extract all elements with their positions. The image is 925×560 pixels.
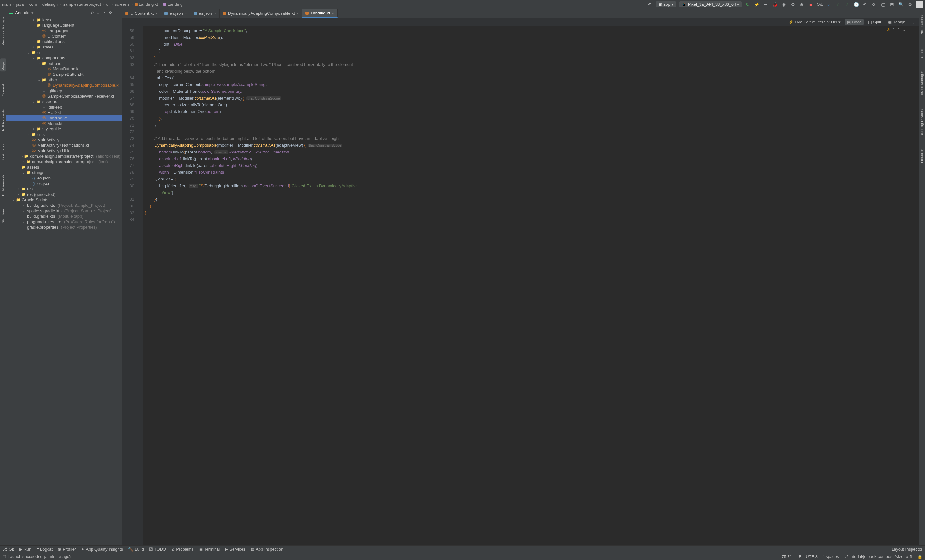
tree-item[interactable]: ›📁styleguide: [6, 126, 122, 132]
close-tab-icon[interactable]: ×: [332, 11, 334, 15]
tab-profiler[interactable]: ◉ Profiler: [58, 547, 76, 552]
tree-item[interactable]: ⌄📁assets: [6, 164, 122, 170]
coverage-icon[interactable]: 🐞: [772, 2, 777, 8]
tab-problems[interactable]: ⊘ Problems: [171, 547, 194, 552]
close-tab-icon[interactable]: ×: [297, 12, 299, 15]
tab-terminal[interactable]: ▣ Terminal: [199, 547, 220, 552]
target-icon[interactable]: ⊙: [90, 10, 94, 15]
dropdown-icon[interactable]: ▾: [32, 10, 34, 15]
tab-app-quality[interactable]: ✦ App Quality Insights: [81, 547, 123, 552]
tab-layout-inspector[interactable]: ▢ Layout Inspector: [886, 547, 922, 552]
git-push-icon[interactable]: ↗: [844, 2, 850, 8]
tree-item[interactable]: ⓀMenu.kt: [6, 121, 122, 126]
tab-todo[interactable]: ☑ TODO: [149, 547, 166, 552]
editor-tab[interactable]: UIContent.kt×: [122, 9, 161, 18]
editor-tab[interactable]: es.json×: [190, 9, 220, 18]
inspection-badge[interactable]: ⚠ 1 ⌃ ⌄: [887, 27, 906, 32]
device-selector[interactable]: 📱 Pixel_3a_API_33_x86_64 ▾: [679, 1, 742, 8]
run-config-selector[interactable]: ▣ app ▾: [656, 1, 676, 8]
tool-build-variants[interactable]: Build Variants: [1, 175, 5, 196]
sdk-icon[interactable]: ⊞: [889, 2, 895, 8]
tree-item[interactable]: ⌄📁screens: [6, 99, 122, 104]
tree-item[interactable]: ⓀMainActivity+Notifications.kt: [6, 143, 122, 148]
view-code-button[interactable]: ▤ Code: [845, 19, 864, 25]
tree-item[interactable]: ▫.gitkeep: [6, 104, 122, 110]
tab-logcat[interactable]: ≡ Logcat: [36, 547, 53, 552]
tab-app-inspection[interactable]: ▦ App Inspection: [250, 547, 283, 552]
tree-item[interactable]: ⓀLanguages: [6, 28, 122, 33]
tree-item[interactable]: ›📁states: [6, 44, 122, 50]
git-commit-icon[interactable]: ✓: [835, 2, 841, 8]
tree-item[interactable]: ▫spotless.gradle.kts(Project: Sample_Pro…: [6, 208, 122, 214]
tool-project[interactable]: Project: [0, 59, 6, 71]
tool-gradle[interactable]: Gradle: [920, 48, 924, 58]
apply-changes-icon[interactable]: ⚡: [754, 2, 759, 8]
tab-run[interactable]: ▶ Run: [19, 547, 32, 552]
tree-item[interactable]: ⓀMainActivity: [6, 137, 122, 143]
collapse-icon[interactable]: ⫽: [102, 10, 106, 15]
debug-icon[interactable]: ≣: [763, 2, 768, 8]
tree-item[interactable]: ›📁keys: [6, 17, 122, 23]
tool-bookmarks[interactable]: Bookmarks: [1, 144, 5, 161]
more-icon[interactable]: ⊕: [799, 2, 804, 8]
live-edit-toggle[interactable]: ⚡ Live Edit of literals: ON ▾: [788, 20, 841, 24]
tool-commit[interactable]: Commit: [1, 84, 5, 96]
git-branch[interactable]: ⎇ tutorial/jetpack-compose/size-to-fit: [844, 554, 913, 559]
tool-structure[interactable]: Structure: [1, 209, 5, 223]
stop-button[interactable]: ■: [808, 2, 814, 8]
expand-icon[interactable]: ≡: [97, 10, 99, 15]
undo-icon[interactable]: ↶: [862, 2, 868, 8]
tab-build[interactable]: 🔨 Build: [128, 547, 144, 552]
tree-item[interactable]: ⓀSampleComposableWithReceiver.kt: [6, 93, 122, 99]
avatar[interactable]: [916, 1, 923, 8]
editor-tab[interactable]: en.json×: [161, 9, 190, 18]
search-icon[interactable]: 🔍: [898, 2, 904, 8]
tree-item[interactable]: ⓀDynamicallyAdaptingComposable.kt: [6, 83, 122, 88]
tree-item[interactable]: ▫.gitkeep: [6, 88, 122, 93]
tree-item[interactable]: ›📁buttons: [6, 61, 122, 66]
history-icon[interactable]: 🕐: [853, 2, 859, 8]
tree-item[interactable]: ›📁com.delasign.samplestarterproject(test…: [6, 159, 122, 164]
minimize-icon[interactable]: —: [115, 10, 119, 15]
settings-icon[interactable]: ⚙: [907, 2, 913, 8]
indent[interactable]: 4 spaces: [822, 554, 839, 559]
tree-item[interactable]: ▫gradle.properties(Project Properties): [6, 224, 122, 230]
menu-icon[interactable]: ⋮: [912, 20, 916, 24]
sync-icon[interactable]: ⟳: [871, 2, 877, 8]
tool-notifications[interactable]: Notifications: [920, 15, 924, 35]
view-design-button[interactable]: ▦ Design: [886, 19, 907, 25]
tree-item[interactable]: ⓀHUD.kt: [6, 110, 122, 115]
tree-item[interactable]: ⓀMainActivity+UI.kt: [6, 148, 122, 154]
tool-device-manager[interactable]: Device Manager: [920, 71, 924, 97]
lock-icon[interactable]: 🔒: [917, 554, 922, 559]
editor-tab[interactable]: Landing.kt×: [302, 9, 337, 18]
tree-item[interactable]: {}es.json: [6, 181, 122, 186]
tree-item[interactable]: ⌄📁strings: [6, 170, 122, 175]
avd-icon[interactable]: ▢: [880, 2, 886, 8]
tree-item[interactable]: ⓀSampleButton.kt: [6, 72, 122, 77]
close-tab-icon[interactable]: ×: [185, 12, 187, 15]
code-editor[interactable]: ⚠ 1 ⌃ ⌄ 585960616263 6465666768697071727…: [122, 26, 919, 545]
tool-emulator[interactable]: Emulator: [920, 149, 924, 163]
close-tab-icon[interactable]: ×: [214, 12, 216, 15]
project-view-title[interactable]: Android: [15, 10, 30, 15]
tree-item[interactable]: {}en.json: [6, 175, 122, 181]
tool-resource-manager[interactable]: Resource Manager: [1, 15, 5, 45]
view-split-button[interactable]: ◫ Split: [866, 19, 883, 25]
tree-item[interactable]: ⌄📁other: [6, 77, 122, 83]
tree-item[interactable]: ›📁res (generated): [6, 192, 122, 197]
prev-warning-icon[interactable]: ⌃: [897, 27, 900, 32]
gear-icon[interactable]: ⚙: [108, 10, 112, 15]
fold-gutter[interactable]: [138, 26, 143, 545]
run-button[interactable]: ↻: [745, 2, 750, 8]
tree-item[interactable]: ▫build.gradle.kts(Module :app): [6, 214, 122, 219]
tree-item[interactable]: ⌄📁languageContent: [6, 23, 122, 28]
breadcrumb[interactable]: main› java› com› delasign› samplestarter…: [2, 2, 182, 7]
tree-item[interactable]: ▫proguard-rules.pro(ProGuard Rules for "…: [6, 219, 122, 224]
tool-pull-requests[interactable]: Pull Requests: [1, 109, 5, 131]
code-content[interactable]: contentDescription = "A Sample Check Ico…: [143, 26, 919, 545]
tree-item[interactable]: ▫build.gradle.kts(Project: Sample_Projec…: [6, 203, 122, 208]
tree-item[interactable]: ›📁res: [6, 186, 122, 192]
project-tree[interactable]: ›📁keys⌄📁languageContentⓀLanguagesⓀUICont…: [6, 17, 122, 545]
encoding[interactable]: UTF-8: [806, 554, 818, 559]
